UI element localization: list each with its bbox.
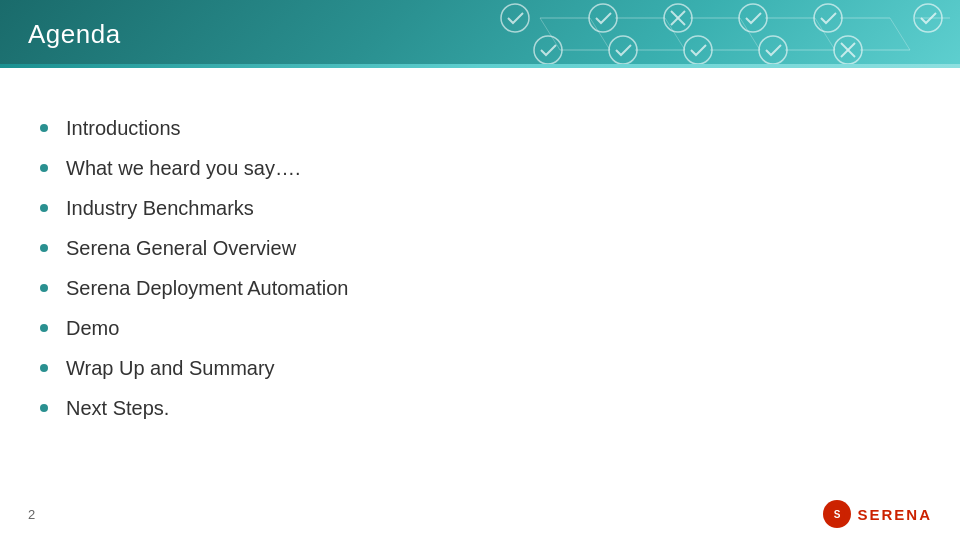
serena-logo: S SERENA	[823, 500, 932, 528]
bullet-icon	[40, 164, 48, 172]
agenda-list: IntroductionsWhat we heard you say….Indu…	[40, 108, 920, 428]
bullet-icon	[40, 364, 48, 372]
svg-text:S: S	[834, 509, 841, 520]
agenda-item-text: Demo	[66, 314, 119, 342]
footer: 2 S SERENA	[0, 500, 960, 528]
svg-point-22	[739, 4, 767, 32]
svg-point-26	[609, 36, 637, 64]
agenda-list-item: Introductions	[40, 108, 920, 148]
page-number: 2	[28, 507, 35, 522]
bullet-icon	[40, 284, 48, 292]
bullet-icon	[40, 324, 48, 332]
bullet-icon	[40, 204, 48, 212]
header: Agenda	[0, 0, 960, 68]
agenda-list-item: Next Steps.	[40, 388, 920, 428]
svg-line-11	[540, 18, 560, 50]
svg-line-16	[890, 18, 910, 50]
svg-point-25	[534, 36, 562, 64]
svg-point-17	[501, 4, 529, 32]
serena-logo-icon: S	[823, 500, 851, 528]
agenda-item-text: Wrap Up and Summary	[66, 354, 275, 382]
svg-point-27	[684, 36, 712, 64]
page-title: Agenda	[28, 19, 121, 50]
bullet-icon	[40, 124, 48, 132]
header-decoration	[460, 0, 960, 68]
agenda-list-item: What we heard you say….	[40, 148, 920, 188]
main-content: IntroductionsWhat we heard you say….Indu…	[0, 68, 960, 448]
agenda-item-text: Serena Deployment Automation	[66, 274, 348, 302]
agenda-list-item: Serena Deployment Automation	[40, 268, 920, 308]
agenda-item-text: Next Steps.	[66, 394, 169, 422]
serena-logo-text: SERENA	[857, 506, 932, 523]
svg-point-28	[759, 36, 787, 64]
agenda-list-item: Demo	[40, 308, 920, 348]
svg-point-18	[589, 4, 617, 32]
agenda-item-text: Industry Benchmarks	[66, 194, 254, 222]
agenda-list-item: Wrap Up and Summary	[40, 348, 920, 388]
bullet-icon	[40, 244, 48, 252]
svg-point-23	[814, 4, 842, 32]
agenda-item-text: Introductions	[66, 114, 181, 142]
agenda-item-text: Serena General Overview	[66, 234, 296, 262]
bullet-icon	[40, 404, 48, 412]
agenda-list-item: Serena General Overview	[40, 228, 920, 268]
agenda-item-text: What we heard you say….	[66, 154, 301, 182]
agenda-list-item: Industry Benchmarks	[40, 188, 920, 228]
